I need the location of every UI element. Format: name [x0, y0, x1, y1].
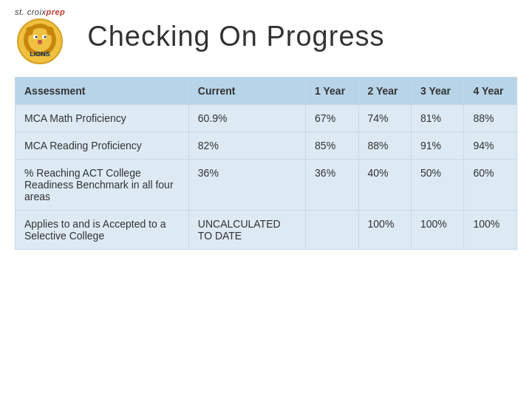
cell-year4: 100%	[464, 211, 517, 250]
lion-logo-icon: LIONS	[16, 18, 64, 66]
header-assessment: Assessment	[16, 78, 189, 105]
header-year1: 1 Year	[306, 78, 358, 105]
progress-table: Assessment Current 1 Year 2 Year 3 Year …	[15, 77, 517, 250]
cell-current: UNCALCULATED TO DATE	[188, 211, 305, 250]
cell-year3: 50%	[412, 160, 464, 211]
svg-point-8	[44, 36, 46, 38]
header-year4: 4 Year	[464, 78, 517, 105]
logo-area: st. croixprep LIONS	[15, 7, 65, 66]
cell-year4: 94%	[464, 132, 517, 160]
cell-year1: 67%	[306, 105, 358, 132]
cell-year3: 91%	[412, 132, 464, 160]
cell-assessment: MCA Reading Proficiency	[16, 132, 189, 160]
svg-point-7	[35, 36, 37, 38]
svg-point-3	[26, 27, 33, 35]
cell-current: 60.9%	[188, 105, 305, 132]
cell-year1: 85%	[306, 132, 358, 160]
table-header-row: Assessment Current 1 Year 2 Year 3 Year …	[16, 78, 517, 105]
brand-name: st. croixprep	[15, 7, 65, 16]
table-row: MCA Reading Proficiency82%85%88%91%94%	[16, 132, 517, 160]
cell-current: 36%	[188, 160, 305, 211]
svg-point-9	[38, 40, 42, 43]
table-row: % Reaching ACT College Readiness Benchma…	[16, 160, 517, 211]
cell-year2: 88%	[358, 132, 411, 160]
svg-point-4	[47, 27, 54, 35]
table-row: Applies to and is Accepted to a Selectiv…	[16, 211, 517, 250]
cell-year2: 40%	[358, 160, 411, 211]
cell-assessment: Applies to and is Accepted to a Selectiv…	[16, 211, 189, 250]
cell-year4: 60%	[464, 160, 517, 211]
header-year2: 2 Year	[358, 78, 411, 105]
table-row: MCA Math Proficiency60.9%67%74%81%88%	[16, 105, 517, 132]
cell-year1: 36%	[306, 160, 358, 211]
cell-year3: 100%	[412, 211, 464, 250]
page-header: st. croixprep LIONS Checking On Progress	[0, 0, 532, 69]
cell-assessment: % Reaching ACT College Readiness Benchma…	[16, 160, 189, 211]
main-table-container: Assessment Current 1 Year 2 Year 3 Year …	[0, 69, 532, 257]
cell-year4: 88%	[464, 105, 517, 132]
cell-year3: 81%	[412, 105, 464, 132]
header-year3: 3 Year	[412, 78, 464, 105]
cell-assessment: MCA Math Proficiency	[16, 105, 189, 132]
cell-year1	[306, 211, 358, 250]
cell-current: 82%	[188, 132, 305, 160]
svg-text:LIONS: LIONS	[30, 50, 50, 58]
page-title: Checking On Progress	[87, 21, 384, 52]
cell-year2: 74%	[358, 105, 411, 132]
header-current: Current	[188, 78, 305, 105]
cell-year2: 100%	[358, 211, 411, 250]
